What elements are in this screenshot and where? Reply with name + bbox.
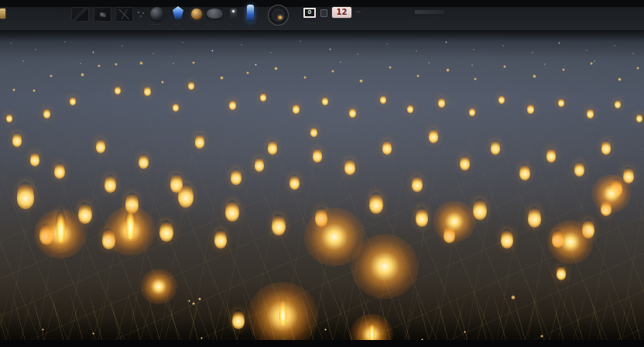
- city-viewport[interactable]: [0, 31, 644, 347]
- counter-box-dim: [320, 9, 327, 17]
- counter-caption: ··········: [303, 21, 323, 25]
- radar-icon[interactable]: [268, 5, 289, 26]
- tool-slot-3-icon[interactable]: [115, 7, 133, 22]
- crystal-icon[interactable]: [173, 6, 183, 19]
- sphere-icon[interactable]: [150, 7, 164, 21]
- hud-toolbar: · ··· · ····· ···· ··· ·· ·· · 0 12 — ··…: [0, 0, 644, 31]
- sphere-caption: ·····: [149, 22, 159, 26]
- cloud-caption: ··· ··: [205, 22, 218, 26]
- tool-slot-2-icon[interactable]: [94, 7, 111, 22]
- toolbar-left-label: · ··· ·: [11, 12, 29, 17]
- spark-caption: ··: [229, 22, 233, 26]
- toolbar-far-right-label: ···: [619, 12, 625, 17]
- bottom-dark-strip: [0, 340, 644, 347]
- figure-caption: ·: [248, 24, 250, 28]
- dots-indicator-icon: [137, 11, 146, 17]
- counter-suffix: —: [355, 9, 361, 15]
- crystal-caption: ····: [172, 22, 180, 26]
- tool-slot-1-icon[interactable]: [71, 7, 89, 22]
- gold-badge-icon[interactable]: [0, 9, 5, 19]
- counter-box-2: 12: [332, 7, 351, 18]
- cloud-icon[interactable]: [207, 9, 223, 19]
- vignette-overlay: [0, 31, 644, 347]
- spark-icon[interactable]: [230, 9, 237, 18]
- figure-icon[interactable]: [247, 5, 254, 22]
- counter-box-1: 0: [303, 8, 316, 18]
- toolbar-right-label: ·············: [412, 15, 444, 19]
- right-smudge: [415, 10, 444, 14]
- coin-icon[interactable]: [191, 9, 202, 19]
